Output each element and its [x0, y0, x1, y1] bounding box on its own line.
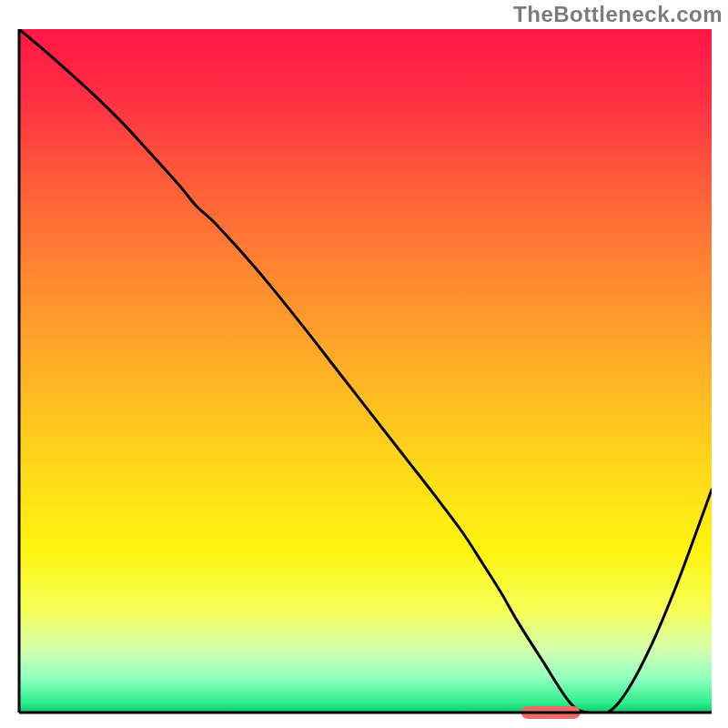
bottleneck-chart: [0, 0, 728, 728]
chart-container: TheBottleneck.com: [0, 0, 728, 728]
gradient-background: [19, 29, 712, 713]
